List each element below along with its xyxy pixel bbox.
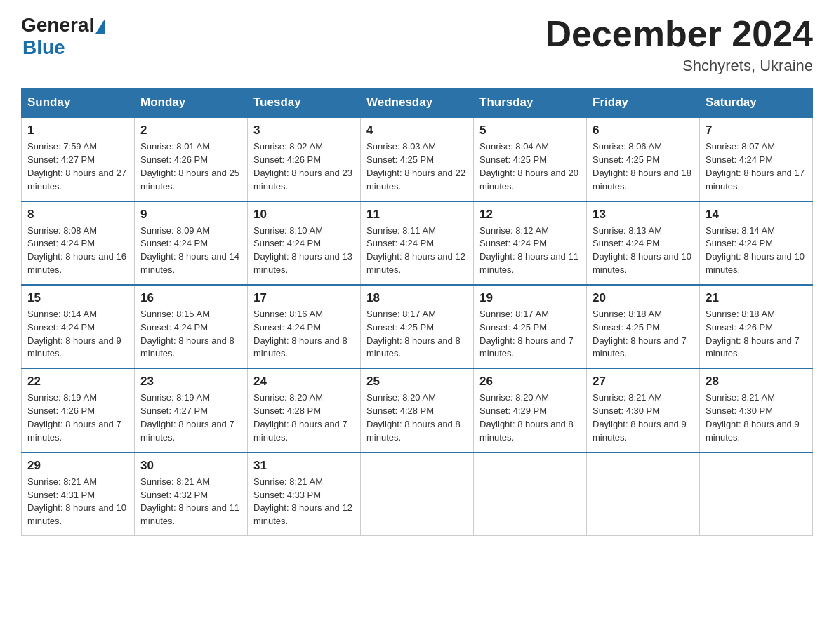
day-info: Sunrise: 8:07 AMSunset: 4:24 PMDaylight:… — [706, 141, 805, 192]
day-number: 1 — [27, 123, 128, 137]
day-info: Sunrise: 8:09 AMSunset: 4:24 PMDaylight:… — [140, 225, 239, 276]
weekday-header-wednesday: Wednesday — [361, 88, 474, 118]
day-number: 20 — [593, 291, 694, 305]
calendar-cell: 9Sunrise: 8:09 AMSunset: 4:24 PMDaylight… — [135, 201, 248, 285]
logo-triangle-icon — [95, 18, 105, 34]
calendar-cell — [361, 452, 474, 536]
calendar-cell: 16Sunrise: 8:15 AMSunset: 4:24 PMDayligh… — [135, 285, 248, 368]
calendar-cell: 11Sunrise: 8:11 AMSunset: 4:24 PMDayligh… — [361, 201, 474, 285]
day-info: Sunrise: 8:11 AMSunset: 4:24 PMDaylight:… — [366, 225, 465, 276]
day-info: Sunrise: 8:13 AMSunset: 4:24 PMDaylight:… — [593, 225, 691, 276]
day-info: Sunrise: 8:03 AMSunset: 4:25 PMDaylight:… — [366, 141, 465, 192]
day-number: 12 — [479, 208, 581, 222]
calendar-cell: 5Sunrise: 8:04 AMSunset: 4:25 PMDaylight… — [474, 117, 587, 201]
calendar-cell: 21Sunrise: 8:18 AMSunset: 4:26 PMDayligh… — [700, 285, 813, 368]
day-info: Sunrise: 8:21 AMSunset: 4:31 PMDaylight:… — [27, 476, 126, 527]
day-number: 8 — [27, 208, 128, 222]
day-info: Sunrise: 8:14 AMSunset: 4:24 PMDaylight:… — [27, 309, 121, 359]
day-info: Sunrise: 8:12 AMSunset: 4:24 PMDaylight:… — [479, 225, 578, 276]
calendar-cell: 6Sunrise: 8:06 AMSunset: 4:25 PMDaylight… — [587, 117, 700, 201]
calendar-cell: 8Sunrise: 8:08 AMSunset: 4:24 PMDaylight… — [22, 201, 135, 285]
calendar-cell: 19Sunrise: 8:17 AMSunset: 4:25 PMDayligh… — [474, 285, 587, 368]
day-info: Sunrise: 8:18 AMSunset: 4:25 PMDaylight:… — [593, 309, 687, 359]
calendar-header-row: SundayMondayTuesdayWednesdayThursdayFrid… — [22, 88, 813, 118]
calendar-cell: 4Sunrise: 8:03 AMSunset: 4:25 PMDaylight… — [361, 117, 474, 201]
day-number: 5 — [479, 123, 581, 137]
logo-blue-text: Blue — [22, 36, 65, 59]
calendar-cell: 12Sunrise: 8:12 AMSunset: 4:24 PMDayligh… — [474, 201, 587, 285]
day-number: 13 — [593, 208, 694, 222]
calendar-week-row: 8Sunrise: 8:08 AMSunset: 4:24 PMDaylight… — [22, 201, 813, 285]
day-info: Sunrise: 8:20 AMSunset: 4:28 PMDaylight:… — [253, 392, 348, 443]
day-info: Sunrise: 8:02 AMSunset: 4:26 PMDaylight:… — [253, 141, 352, 192]
day-info: Sunrise: 8:19 AMSunset: 4:26 PMDaylight:… — [27, 392, 121, 443]
calendar-week-row: 1Sunrise: 7:59 AMSunset: 4:27 PMDaylight… — [22, 117, 813, 201]
calendar-cell: 29Sunrise: 8:21 AMSunset: 4:31 PMDayligh… — [22, 452, 135, 536]
day-number: 26 — [479, 375, 581, 389]
day-number: 7 — [706, 123, 807, 137]
calendar-cell: 1Sunrise: 7:59 AMSunset: 4:27 PMDaylight… — [22, 117, 135, 201]
calendar-cell: 3Sunrise: 8:02 AMSunset: 4:26 PMDaylight… — [248, 117, 361, 201]
day-info: Sunrise: 8:17 AMSunset: 4:25 PMDaylight:… — [479, 309, 574, 359]
logo-general-text: General — [21, 14, 94, 36]
calendar-cell: 26Sunrise: 8:20 AMSunset: 4:29 PMDayligh… — [474, 368, 587, 452]
weekday-header-saturday: Saturday — [700, 88, 813, 118]
day-info: Sunrise: 8:06 AMSunset: 4:25 PMDaylight:… — [593, 141, 691, 192]
calendar-cell: 15Sunrise: 8:14 AMSunset: 4:24 PMDayligh… — [22, 285, 135, 368]
calendar-cell: 20Sunrise: 8:18 AMSunset: 4:25 PMDayligh… — [587, 285, 700, 368]
day-number: 19 — [479, 291, 581, 305]
day-info: Sunrise: 8:21 AMSunset: 4:30 PMDaylight:… — [593, 392, 687, 443]
day-info: Sunrise: 8:15 AMSunset: 4:24 PMDaylight:… — [140, 309, 234, 359]
day-info: Sunrise: 8:04 AMSunset: 4:25 PMDaylight:… — [479, 141, 578, 192]
day-number: 18 — [366, 291, 468, 305]
calendar-cell: 22Sunrise: 8:19 AMSunset: 4:26 PMDayligh… — [22, 368, 135, 452]
day-info: Sunrise: 8:08 AMSunset: 4:24 PMDaylight:… — [27, 225, 126, 276]
calendar-cell: 25Sunrise: 8:20 AMSunset: 4:28 PMDayligh… — [361, 368, 474, 452]
calendar-cell: 18Sunrise: 8:17 AMSunset: 4:25 PMDayligh… — [361, 285, 474, 368]
calendar-week-row: 22Sunrise: 8:19 AMSunset: 4:26 PMDayligh… — [22, 368, 813, 452]
day-number: 17 — [253, 291, 355, 305]
day-info: Sunrise: 8:18 AMSunset: 4:26 PMDaylight:… — [706, 309, 800, 359]
day-number: 10 — [253, 208, 355, 222]
weekday-header-friday: Friday — [587, 88, 700, 118]
day-info: Sunrise: 8:21 AMSunset: 4:32 PMDaylight:… — [140, 476, 239, 527]
day-number: 14 — [706, 208, 807, 222]
calendar-cell: 2Sunrise: 8:01 AMSunset: 4:26 PMDaylight… — [135, 117, 248, 201]
day-number: 3 — [253, 123, 355, 137]
day-number: 23 — [140, 375, 241, 389]
month-title: December 2024 — [545, 14, 813, 54]
location-title: Shchyrets, Ukraine — [545, 57, 813, 75]
calendar-cell: 14Sunrise: 8:14 AMSunset: 4:24 PMDayligh… — [700, 201, 813, 285]
day-number: 29 — [27, 459, 128, 473]
calendar-cell: 7Sunrise: 8:07 AMSunset: 4:24 PMDaylight… — [700, 117, 813, 201]
day-number: 30 — [140, 459, 241, 473]
weekday-header-tuesday: Tuesday — [248, 88, 361, 118]
weekday-header-thursday: Thursday — [474, 88, 587, 118]
day-info: Sunrise: 8:10 AMSunset: 4:24 PMDaylight:… — [253, 225, 352, 276]
day-number: 21 — [706, 291, 807, 305]
day-number: 22 — [27, 375, 128, 389]
calendar-cell: 13Sunrise: 8:13 AMSunset: 4:24 PMDayligh… — [587, 201, 700, 285]
day-number: 2 — [140, 123, 241, 137]
day-info: Sunrise: 8:21 AMSunset: 4:30 PMDaylight:… — [706, 392, 800, 443]
title-section: December 2024 Shchyrets, Ukraine — [545, 14, 813, 75]
calendar-cell: 17Sunrise: 8:16 AMSunset: 4:24 PMDayligh… — [248, 285, 361, 368]
day-number: 6 — [593, 123, 694, 137]
weekday-header-sunday: Sunday — [22, 88, 135, 118]
weekday-header-monday: Monday — [135, 88, 248, 118]
calendar-cell: 10Sunrise: 8:10 AMSunset: 4:24 PMDayligh… — [248, 201, 361, 285]
calendar-cell: 31Sunrise: 8:21 AMSunset: 4:33 PMDayligh… — [248, 452, 361, 536]
day-info: Sunrise: 8:20 AMSunset: 4:29 PMDaylight:… — [479, 392, 574, 443]
day-info: Sunrise: 7:59 AMSunset: 4:27 PMDaylight:… — [27, 141, 126, 192]
day-number: 28 — [706, 375, 807, 389]
day-info: Sunrise: 8:01 AMSunset: 4:26 PMDaylight:… — [140, 141, 239, 192]
day-info: Sunrise: 8:17 AMSunset: 4:25 PMDaylight:… — [366, 309, 461, 359]
day-number: 16 — [140, 291, 241, 305]
day-info: Sunrise: 8:14 AMSunset: 4:24 PMDaylight:… — [706, 225, 805, 276]
calendar-cell — [587, 452, 700, 536]
calendar-cell — [474, 452, 587, 536]
calendar-cell: 27Sunrise: 8:21 AMSunset: 4:30 PMDayligh… — [587, 368, 700, 452]
calendar-cell: 24Sunrise: 8:20 AMSunset: 4:28 PMDayligh… — [248, 368, 361, 452]
day-number: 31 — [253, 459, 355, 473]
day-number: 9 — [140, 208, 241, 222]
